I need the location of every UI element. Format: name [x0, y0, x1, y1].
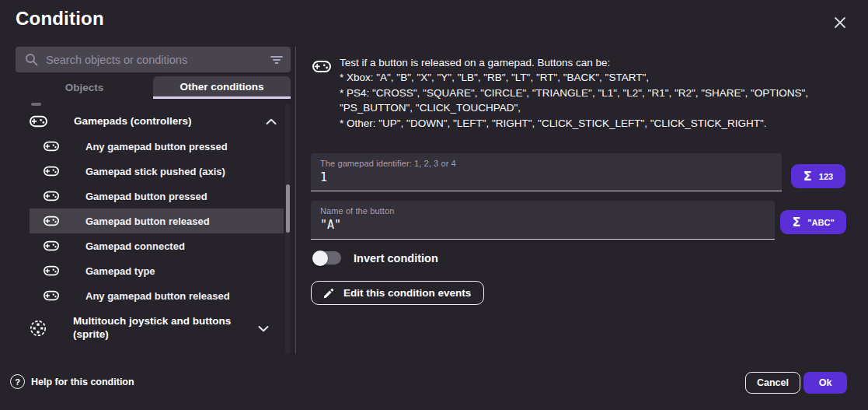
- tab-other-conditions[interactable]: Other conditions: [153, 76, 291, 99]
- filter-icon: [270, 54, 283, 65]
- gamepad-icon: [44, 265, 59, 276]
- list-item-label: Gamepad stick pushed (axis): [85, 166, 225, 177]
- expression-builder-string-button[interactable]: Σ "ABC": [780, 210, 846, 234]
- sigma-icon: Σ: [792, 215, 800, 230]
- help-icon: ?: [10, 374, 25, 389]
- gamepad-identifier-field: The gamepad identifier: 1, 2, 3 or 4: [311, 153, 782, 191]
- list-item-gamepad-button-pressed[interactable]: Gamepad button pressed: [30, 184, 284, 209]
- scrollbar-thumb[interactable]: [286, 184, 290, 233]
- gamepad-icon: [44, 290, 59, 301]
- search-input[interactable]: [46, 54, 270, 66]
- list-item-label: Gamepad button pressed: [85, 191, 207, 202]
- clipped-list-item: [31, 103, 41, 106]
- panel-divider: [295, 47, 296, 354]
- gamepad-icon: [44, 240, 59, 251]
- expression-type-label: "ABC": [807, 218, 834, 227]
- expression-type-label: 123: [819, 172, 833, 181]
- gamepad-icon: [44, 216, 59, 226]
- search-icon: [25, 53, 38, 66]
- chevron-down-icon: [258, 325, 269, 332]
- edit-button-label: Edit this condition events: [343, 287, 471, 299]
- gamepad-icon: [44, 166, 59, 177]
- pencil-icon: [322, 287, 335, 300]
- tab-objects[interactable]: Objects: [16, 76, 153, 99]
- toggle-knob: [312, 251, 328, 266]
- button-name-input[interactable]: [320, 218, 765, 232]
- group-label: Gamepads (controllers): [74, 115, 266, 128]
- sigma-icon: Σ: [804, 169, 812, 184]
- field-label: Name of the button: [320, 206, 765, 216]
- chevron-up-icon: [266, 118, 277, 125]
- ok-button[interactable]: Ok: [804, 372, 847, 394]
- list-item-label: Gamepad connected: [85, 240, 185, 252]
- list-item-gamepad-connected[interactable]: Gamepad connected: [30, 233, 284, 258]
- gamepad-identifier-input[interactable]: [320, 170, 772, 184]
- help-for-condition-link[interactable]: ? Help for this condition: [10, 374, 134, 389]
- multitouch-joystick-icon: [30, 320, 47, 337]
- list-item-gamepad-button-released[interactable]: Gamepad button released: [30, 209, 284, 233]
- gamepad-icon: [44, 191, 59, 201]
- list-item-gamepad-stick-pushed[interactable]: Gamepad stick pushed (axis): [30, 159, 284, 184]
- condition-description: Test if a button is released on a gamepa…: [340, 55, 852, 131]
- close-icon: [833, 16, 847, 30]
- button-name-field: Name of the button: [311, 201, 775, 240]
- sidebar-tabs: Objects Other conditions: [16, 76, 291, 99]
- filter-button[interactable]: [270, 54, 283, 65]
- list-item-gamepad-type[interactable]: Gamepad type: [30, 258, 284, 283]
- field-label: The gamepad identifier: 1, 2, 3 or 4: [320, 159, 772, 168]
- gamepad-icon: [44, 141, 59, 152]
- edit-condition-events-button[interactable]: Edit this condition events: [311, 281, 484, 305]
- cancel-button[interactable]: Cancel: [745, 372, 800, 394]
- list-item-label: Gamepad type: [85, 265, 155, 277]
- group-label: Multitouch joystick and buttons (sprite): [73, 315, 258, 342]
- search-box: [16, 47, 291, 72]
- close-button[interactable]: [827, 9, 853, 36]
- help-label: Help for this condition: [31, 377, 134, 387]
- list-item-label: Any gamepad button pressed: [85, 141, 228, 152]
- list-item-label: Gamepad button released: [85, 216, 210, 227]
- invert-condition-label: Invert condition: [354, 252, 438, 265]
- list-item-label: Any gamepad button released: [85, 290, 230, 302]
- gamepad-icon: [312, 60, 331, 76]
- page-title: Condition: [16, 8, 104, 30]
- gamepad-icon: [30, 115, 47, 128]
- list-item-any-gamepad-button-pressed[interactable]: Any gamepad button pressed: [30, 134, 284, 159]
- group-multitouch-joystick[interactable]: Multitouch joystick and buttons (sprite): [16, 308, 291, 349]
- list-item-any-gamepad-button-released[interactable]: Any gamepad button released: [30, 283, 284, 308]
- invert-condition-toggle[interactable]: [312, 251, 341, 265]
- group-gamepads[interactable]: Gamepads (controllers): [16, 109, 291, 134]
- expression-builder-number-button[interactable]: Σ 123: [791, 164, 845, 188]
